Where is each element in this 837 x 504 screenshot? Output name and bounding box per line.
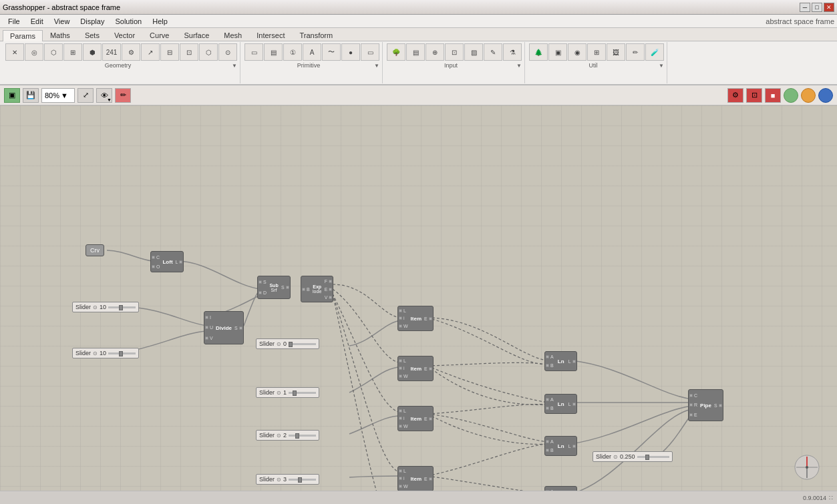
- menu-file[interactable]: File: [3, 16, 25, 27]
- subsrf-port-d[interactable]: [259, 291, 262, 294]
- zoom-dropdown[interactable]: 80% ▼: [41, 88, 75, 103]
- slider-radius-thumb[interactable]: [645, 455, 649, 460]
- geometry-arrow[interactable]: ▼: [232, 63, 237, 69]
- item2-port-l[interactable]: [399, 359, 402, 362]
- hex-icon[interactable]: ⬡: [199, 43, 218, 61]
- slider-radius-node[interactable]: Slider ⊙ 0.250: [593, 451, 673, 462]
- ln2-port-l-out[interactable]: [572, 403, 576, 406]
- divide-port-v[interactable]: [205, 336, 208, 340]
- util-knob-icon[interactable]: ◉: [568, 43, 587, 61]
- flask-icon[interactable]: ⚗: [503, 43, 522, 61]
- explode-port-f-out[interactable]: [329, 280, 332, 283]
- slider5-thumb[interactable]: [295, 433, 299, 439]
- util-panel-icon[interactable]: ▣: [548, 43, 567, 61]
- slider6-node[interactable]: Slider ⊙ 3: [256, 474, 319, 485]
- tab-vector[interactable]: Vector: [107, 29, 142, 41]
- tree-icon[interactable]: 🌳: [387, 43, 405, 61]
- box-icon[interactable]: ⊞: [63, 43, 82, 61]
- ln2-node[interactable]: A B Ln L: [544, 394, 577, 414]
- item2-port-i[interactable]: [399, 366, 402, 370]
- item4-port-i[interactable]: [399, 477, 402, 480]
- arrow-icon[interactable]: ↗: [141, 43, 160, 61]
- divide-port-i[interactable]: [205, 316, 208, 319]
- explode-port-b[interactable]: [302, 288, 305, 291]
- rect-text-icon[interactable]: ▤: [264, 43, 283, 61]
- maximize-button[interactable]: □: [812, 3, 822, 12]
- ln1-port-a[interactable]: [546, 355, 549, 358]
- item2-node[interactable]: L i W Item E: [397, 356, 434, 381]
- ln2-port-a[interactable]: [546, 398, 549, 401]
- item4-port-l[interactable]: [399, 469, 402, 473]
- save-btn[interactable]: 💾: [23, 88, 39, 103]
- item1-node[interactable]: L i W Item E: [397, 306, 434, 331]
- util-range-icon[interactable]: ⊞: [587, 43, 606, 61]
- ln1-port-l-out[interactable]: [572, 360, 576, 363]
- slider3-track[interactable]: [289, 343, 316, 345]
- settings-vb-btn[interactable]: ⚙: [727, 88, 743, 103]
- rect-icon[interactable]: ▭: [244, 43, 263, 61]
- slider3-node[interactable]: Slider ⊙ 0: [256, 338, 319, 349]
- window-controls[interactable]: ─ □ ✕: [800, 3, 834, 12]
- item3-port-l[interactable]: [399, 409, 402, 413]
- slider2-track[interactable]: [108, 352, 136, 354]
- circle-fill-icon[interactable]: ●: [341, 43, 360, 61]
- rect2-icon[interactable]: ▭: [361, 43, 379, 61]
- tab-params[interactable]: Params: [3, 30, 43, 41]
- new-btn[interactable]: ▣: [4, 88, 20, 103]
- num-icon[interactable]: 241: [102, 43, 121, 61]
- dot-icon[interactable]: ⊙: [218, 43, 237, 61]
- slider6-track[interactable]: [289, 479, 316, 481]
- loft-port-c[interactable]: [152, 256, 155, 259]
- slider-crv-track[interactable]: [108, 306, 136, 308]
- pipe-node[interactable]: C R E Pipe S: [688, 389, 723, 421]
- tab-maths[interactable]: Maths: [43, 29, 77, 41]
- item3-node[interactable]: L i W Item E: [397, 406, 434, 431]
- item1-port-e-out[interactable]: [429, 317, 432, 320]
- green-orb[interactable]: [784, 88, 798, 103]
- ln1-port-b[interactable]: [546, 364, 549, 367]
- menu-solution[interactable]: Solution: [110, 16, 147, 27]
- slider4-node[interactable]: Slider ⊙ 1: [256, 387, 319, 398]
- blue-orb[interactable]: [818, 88, 833, 103]
- tag-icon[interactable]: ✎: [484, 43, 502, 61]
- ln3-port-a[interactable]: [546, 440, 549, 443]
- pen-btn[interactable]: ✏: [115, 88, 131, 103]
- divide-port-u[interactable]: [205, 326, 208, 329]
- primitive-arrow[interactable]: ▼: [374, 63, 379, 69]
- loft-node[interactable]: C O Loft L: [150, 251, 184, 272]
- item1-port-l[interactable]: [399, 309, 402, 312]
- slider-radius-track[interactable]: [637, 456, 669, 458]
- explode-port-e-out[interactable]: [329, 288, 332, 291]
- item2-port-e-out[interactable]: [429, 367, 432, 370]
- item3-port-i[interactable]: [399, 417, 402, 420]
- fit-btn[interactable]: ⤢: [77, 88, 94, 103]
- slider-crv-thumb[interactable]: [119, 305, 123, 310]
- slider4-thumb[interactable]: [293, 391, 297, 396]
- ln4-port-a[interactable]: [546, 490, 549, 491]
- menu-edit[interactable]: Edit: [25, 16, 49, 27]
- tab-transform[interactable]: Transform: [292, 29, 340, 41]
- ln3-node[interactable]: A B Ln L: [544, 436, 577, 456]
- subsrf-port-s-out[interactable]: [286, 286, 289, 289]
- tab-sets[interactable]: Sets: [77, 29, 107, 41]
- menu-display[interactable]: Display: [75, 16, 110, 27]
- tab-intersect[interactable]: Intersect: [249, 29, 292, 41]
- loft-port-o[interactable]: [152, 265, 155, 268]
- mesh2-icon[interactable]: ⊟: [160, 43, 179, 61]
- tab-surface[interactable]: Surface: [176, 29, 216, 41]
- stop-btn[interactable]: ■: [765, 88, 781, 103]
- canvas[interactable]: Crv C O Loft L S: [0, 105, 837, 491]
- close-button[interactable]: ✕: [824, 3, 834, 12]
- ln2-port-b[interactable]: [546, 407, 549, 410]
- panel-icon[interactable]: ▤: [406, 43, 425, 61]
- slider4-track[interactable]: [289, 392, 316, 394]
- item4-node[interactable]: L i W Item E: [397, 466, 434, 491]
- loft-port-l-out[interactable]: [179, 260, 182, 264]
- item4-port-e-out[interactable]: [429, 477, 432, 481]
- orange-orb[interactable]: [801, 88, 816, 103]
- grid-vb-btn[interactable]: ⊡: [746, 88, 762, 103]
- util-text-icon[interactable]: ✏: [626, 43, 645, 61]
- tab-curve[interactable]: Curve: [142, 29, 176, 41]
- pipe-port-c[interactable]: [689, 394, 693, 397]
- item1-port-i[interactable]: [399, 316, 402, 320]
